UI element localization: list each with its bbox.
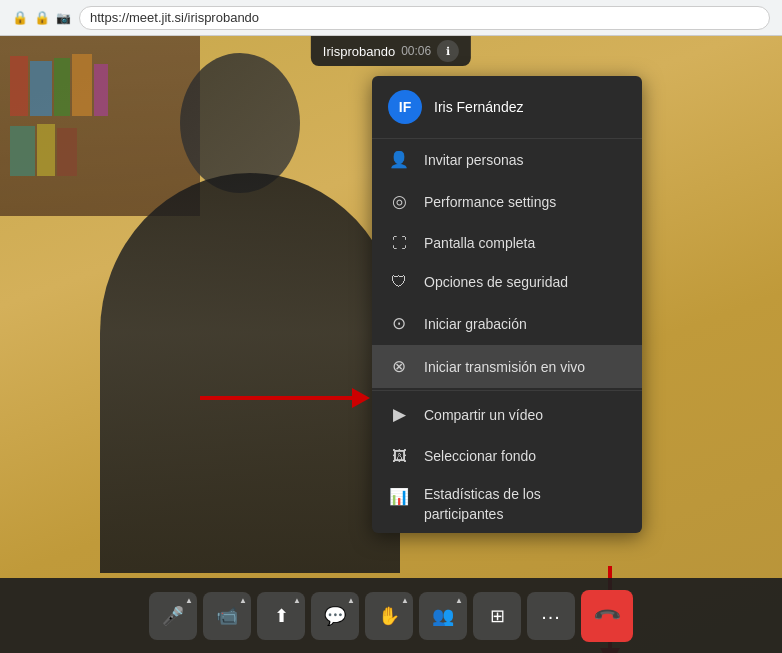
chevron-up-icon: ▲	[347, 596, 355, 605]
user-name: Iris Fernández	[434, 99, 523, 115]
video-container: Irisprobando 00:06 ℹ IF Iris Fernández 👤…	[0, 36, 782, 653]
avatar-initials: IF	[399, 99, 411, 115]
raise-hand-icon: ✋	[378, 605, 400, 627]
invite-icon: 👤	[388, 150, 410, 169]
tile-view-button[interactable]: ⊞	[473, 592, 521, 640]
stats-text: Estadísticas de los participantes	[424, 485, 541, 523]
browser-chrome: 🔒 🔒 📷 https://meet.jit.si/irisprobando	[0, 0, 782, 36]
share-screen-button[interactable]: ▲ ⬆	[257, 592, 305, 640]
invite-label: Invitar personas	[424, 152, 524, 168]
arrow-head-right	[352, 388, 370, 408]
chevron-up-icon: ▲	[293, 596, 301, 605]
bookshelf-bg	[0, 36, 200, 216]
background-label: Seleccionar fondo	[424, 448, 536, 464]
meeting-header: Irisprobando 00:06 ℹ	[311, 36, 471, 66]
arrow-right	[200, 384, 370, 412]
stats-line1: Estadísticas de los	[424, 485, 541, 503]
performance-icon: ◎	[388, 191, 410, 212]
fullscreen-label: Pantalla completa	[424, 235, 535, 251]
menu-item-fullscreen[interactable]: ⛶ Pantalla completa	[372, 223, 642, 262]
recording-label: Iniciar grabación	[424, 316, 527, 332]
recording-icon: ⊙	[388, 313, 410, 334]
end-call-icon: 📞	[591, 600, 622, 631]
mic-button[interactable]: ▲ 🎤	[149, 592, 197, 640]
livestream-icon: ⊗	[388, 356, 410, 377]
person-head	[180, 53, 300, 193]
camera-button[interactable]: ▲ 📹	[203, 592, 251, 640]
menu-user-row: IF Iris Fernández	[372, 76, 642, 139]
toolbar: ▲ 🎤 ▲ 📹 ▲ ⬆ ▲ 💬 ▲ ✋ ▲ 👥 ⊞	[0, 578, 782, 653]
meeting-info-button[interactable]: ℹ	[437, 40, 459, 62]
lock-icon: 🔒	[34, 10, 50, 25]
menu-item-share-video[interactable]: ▶ Compartir un vídeo	[372, 393, 642, 436]
fullscreen-icon: ⛶	[388, 234, 410, 251]
raise-hand-button[interactable]: ▲ ✋	[365, 592, 413, 640]
menu-item-recording[interactable]: ⊙ Iniciar grabación	[372, 302, 642, 345]
security-menu-icon: 🛡	[388, 273, 410, 291]
chevron-up-icon: ▲	[401, 596, 409, 605]
arrow-line-h	[200, 396, 352, 400]
menu-divider	[372, 390, 642, 391]
security-icon: 🔒	[12, 10, 28, 25]
share-screen-icon: ⬆	[274, 605, 289, 627]
info-icon: ℹ	[446, 45, 450, 58]
menu-item-livestream[interactable]: ⊗ Iniciar transmisión en vivo	[372, 345, 642, 388]
more-icon: ···	[541, 606, 561, 626]
context-menu: IF Iris Fernández 👤 Invitar personas ◎ P…	[372, 76, 642, 533]
menu-item-security[interactable]: 🛡 Opciones de seguridad	[372, 262, 642, 302]
menu-item-background[interactable]: 🖼 Seleccionar fondo	[372, 436, 642, 475]
chevron-up-icon: ▲	[455, 596, 463, 605]
more-button[interactable]: ···	[527, 592, 575, 640]
menu-item-performance[interactable]: ◎ Performance settings	[372, 180, 642, 223]
security-label: Opciones de seguridad	[424, 274, 568, 290]
menu-item-stats[interactable]: 📊 Estadísticas de los participantes	[372, 475, 642, 533]
browser-security-icons: 🔒 🔒 📷	[12, 10, 71, 25]
background-icon: 🖼	[388, 447, 410, 464]
share-video-label: Compartir un vídeo	[424, 407, 543, 423]
person-body	[100, 173, 400, 573]
stats-line2: participantes	[424, 505, 541, 523]
meeting-time: 00:06	[401, 44, 431, 58]
chat-icon: 💬	[324, 605, 346, 627]
performance-label: Performance settings	[424, 194, 556, 210]
camera-icon: 📹	[216, 605, 238, 627]
participants-button[interactable]: ▲ 👥	[419, 592, 467, 640]
chevron-up-icon: ▲	[185, 596, 193, 605]
end-call-button[interactable]: 📞	[581, 590, 633, 642]
url-text: https://meet.jit.si/irisprobando	[90, 10, 259, 25]
mic-icon: 🎤	[162, 605, 184, 627]
share-video-icon: ▶	[388, 404, 410, 425]
livestream-label: Iniciar transmisión en vivo	[424, 359, 585, 375]
menu-item-invite[interactable]: 👤 Invitar personas	[372, 139, 642, 180]
chat-button[interactable]: ▲ 💬	[311, 592, 359, 640]
user-avatar: IF	[388, 90, 422, 124]
tile-view-icon: ⊞	[490, 605, 505, 627]
url-bar[interactable]: https://meet.jit.si/irisprobando	[79, 6, 770, 30]
participants-icon: 👥	[432, 605, 454, 627]
camera-indicator: 📷	[56, 11, 71, 25]
stats-icon: 📊	[388, 487, 410, 506]
meeting-title: Irisprobando	[323, 44, 395, 59]
chevron-up-icon: ▲	[239, 596, 247, 605]
